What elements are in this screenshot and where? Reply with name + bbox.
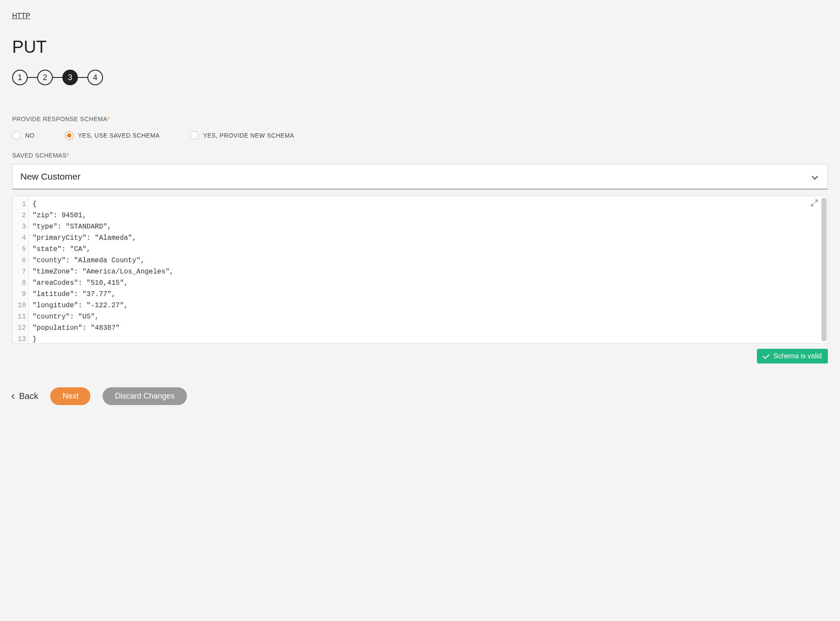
step-3[interactable]: 3 — [62, 70, 78, 85]
check-icon — [763, 352, 769, 359]
step-connector — [78, 77, 87, 78]
step-1[interactable]: 1 — [12, 70, 28, 85]
page-title: PUT — [12, 37, 828, 57]
radio-icon — [12, 131, 21, 140]
stepper: 1 2 3 4 — [12, 70, 828, 85]
code-editor[interactable]: 12345678910111213 {"zip": 94501,"type": … — [12, 196, 828, 344]
radio-option-no[interactable]: NO — [12, 131, 35, 140]
radio-icon — [65, 131, 74, 140]
select-value: New Customer — [20, 171, 80, 182]
saved-schemas-label: SAVED SCHEMAS* — [12, 152, 828, 159]
breadcrumb-link[interactable]: HTTP — [12, 12, 30, 19]
response-schema-label: PROVIDE RESPONSE SCHEMA* — [12, 116, 828, 122]
radio-icon — [190, 131, 199, 140]
back-label: Back — [19, 391, 38, 401]
expand-icon[interactable] — [811, 199, 818, 206]
radio-option-use-saved[interactable]: YES, USE SAVED SCHEMA — [65, 131, 160, 140]
saved-schemas-select[interactable]: New Customer — [12, 164, 828, 190]
schema-valid-badge: Schema is valid — [757, 349, 828, 364]
footer-buttons: Back Next Discard Changes — [12, 387, 828, 405]
code-content[interactable]: {"zip": 94501,"type": "STANDARD","primar… — [29, 196, 827, 343]
chevron-left-icon — [11, 394, 16, 399]
radio-option-new-schema[interactable]: YES, PROVIDE NEW SCHEMA — [190, 131, 294, 140]
saved-schemas-select-wrapper: New Customer — [12, 164, 828, 190]
chevron-down-icon — [812, 174, 818, 180]
scrollbar[interactable] — [821, 198, 827, 341]
status-text: Schema is valid — [773, 352, 822, 360]
radio-label: YES, PROVIDE NEW SCHEMA — [203, 132, 294, 139]
required-asterisk: * — [107, 116, 110, 122]
radio-label: NO — [25, 132, 35, 139]
next-button[interactable]: Next — [50, 387, 90, 405]
step-4[interactable]: 4 — [87, 70, 103, 85]
step-connector — [53, 77, 62, 78]
radio-group-response-schema: NO YES, USE SAVED SCHEMA YES, PROVIDE NE… — [12, 131, 828, 140]
back-button[interactable]: Back — [12, 391, 38, 401]
step-connector — [28, 77, 37, 78]
step-2[interactable]: 2 — [37, 70, 53, 85]
radio-label: YES, USE SAVED SCHEMA — [78, 132, 160, 139]
code-gutter: 12345678910111213 — [13, 196, 29, 343]
discard-button[interactable]: Discard Changes — [103, 387, 187, 405]
required-asterisk: * — [67, 152, 69, 159]
